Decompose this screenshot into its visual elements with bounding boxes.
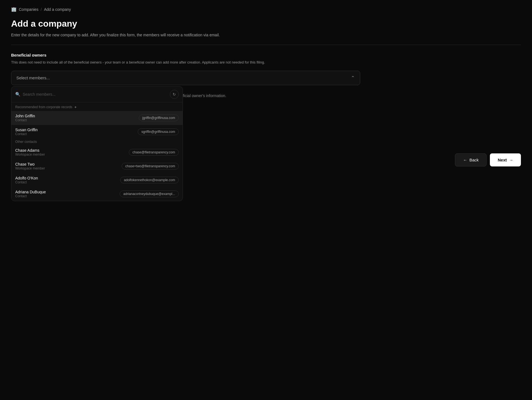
owner-info-partial: ficial owner's information.	[183, 93, 521, 98]
sparkle-icon: ✦	[74, 105, 77, 109]
members-select-container: Select members... ⌃ 🔍 ↻ Recommended from…	[11, 71, 360, 85]
breadcrumb-separator: /	[41, 7, 42, 12]
breadcrumb-parent[interactable]: Companies	[19, 7, 39, 12]
members-dropdown: 🔍 ↻ Recommended from corporate records ✦…	[11, 86, 183, 201]
companies-icon: 🏢	[11, 7, 17, 12]
next-arrow-icon: →	[509, 158, 513, 162]
other-contacts-label: Other contacts	[11, 139, 183, 145]
other-item-chase-two[interactable]: Chase Two Workspace member chase+two@fil…	[11, 159, 183, 173]
action-buttons: ← Back Next →	[455, 153, 521, 166]
search-row: 🔍 ↻	[11, 87, 183, 102]
refresh-button[interactable]: ↻	[170, 90, 179, 99]
next-button[interactable]: Next →	[490, 153, 521, 166]
page-subtitle: Enter the details for the new company to…	[11, 32, 521, 38]
breadcrumb: 🏢 Companies / Add a company	[11, 7, 521, 12]
section-title: Beneficial owners	[11, 53, 521, 57]
other-item-adolfo-okon[interactable]: Adolfo O'Kon Contact adolfokennethokon@e…	[11, 173, 183, 187]
recommended-item-john-griffin[interactable]: John Griffin Contact jgriffin@griffinusa…	[11, 111, 183, 125]
section-divider	[11, 45, 521, 45]
back-button[interactable]: ← Back	[455, 153, 487, 166]
recommended-label: Recommended from corporate records ✦	[11, 102, 183, 111]
back-arrow-icon: ←	[463, 158, 467, 162]
other-item-chase-adams[interactable]: Chase Adams Workspace member chase@filet…	[11, 145, 183, 159]
chevron-icon: ⌃	[351, 75, 355, 81]
other-item-adriana-dubuque[interactable]: Adriana DuBuque Contact adrianacortneydu…	[11, 187, 183, 201]
page-title: Add a company	[11, 19, 521, 29]
recommended-item-susan-griffin[interactable]: Susan Griffin Contact sgriffin@griffinus…	[11, 125, 183, 139]
search-icon: 🔍	[15, 92, 21, 97]
search-input[interactable]	[23, 92, 168, 97]
select-placeholder: Select members...	[16, 75, 50, 80]
section-description: This does not need to include all of the…	[11, 60, 344, 65]
breadcrumb-current: Add a company	[44, 7, 71, 12]
members-select[interactable]: Select members... ⌃	[11, 71, 360, 85]
